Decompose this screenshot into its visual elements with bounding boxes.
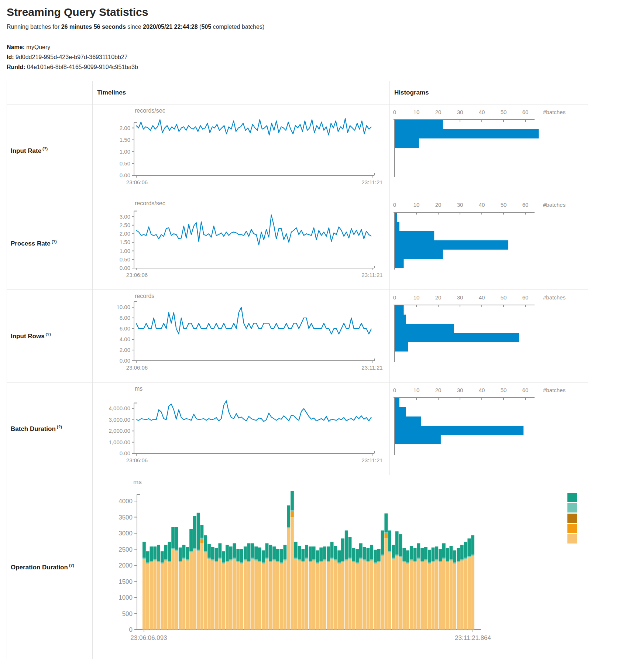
svg-text:ms: ms bbox=[133, 479, 142, 486]
row-label-process-rate: Process Rate(?) bbox=[7, 197, 93, 289]
query-runid-value: 04e101e6-8bf8-4165-9099-9104c951ba3b bbox=[27, 64, 138, 70]
help-icon[interactable]: (?) bbox=[52, 239, 57, 244]
query-runid-label: RunId: bbox=[7, 64, 25, 70]
svg-text:10: 10 bbox=[413, 294, 420, 301]
svg-text:1500: 1500 bbox=[119, 578, 133, 585]
svg-text:3,000.00: 3,000.00 bbox=[109, 416, 130, 423]
process-rate-histogram-chart: 0102030405060#batches bbox=[390, 197, 588, 289]
column-header-empty bbox=[7, 81, 93, 104]
svg-text:50: 50 bbox=[501, 387, 507, 393]
query-id-value: 9d0dd219-995d-423e-b97d-36931110bb27 bbox=[16, 54, 128, 60]
svg-text:50: 50 bbox=[501, 202, 507, 208]
svg-text:60: 60 bbox=[522, 202, 529, 208]
svg-text:0: 0 bbox=[393, 202, 396, 208]
svg-text:2.50: 2.50 bbox=[120, 222, 130, 228]
svg-text:0.00: 0.00 bbox=[120, 450, 130, 456]
svg-text:40: 40 bbox=[479, 202, 485, 208]
svg-text:0: 0 bbox=[393, 294, 396, 301]
operation-duration-stacked-chart: ms4000350030002500200015001000500023:06:… bbox=[93, 475, 588, 659]
svg-text:#batches: #batches bbox=[543, 294, 566, 301]
row-label-text: Batch Duration bbox=[11, 425, 56, 432]
input-rows-histogram-chart: 0102030405060#batches bbox=[390, 290, 588, 382]
svg-text:2.00: 2.00 bbox=[120, 230, 130, 237]
svg-text:1.50: 1.50 bbox=[120, 137, 130, 143]
svg-text:0.50: 0.50 bbox=[120, 160, 130, 167]
svg-text:1000: 1000 bbox=[119, 594, 133, 601]
status-mid: since bbox=[126, 24, 143, 30]
row-label-operation-duration: Operation Duration(?) bbox=[7, 475, 93, 659]
svg-text:#batches: #batches bbox=[543, 109, 566, 115]
svg-text:1,000.00: 1,000.00 bbox=[109, 439, 130, 445]
status-paren: ( bbox=[198, 24, 202, 30]
status-prefix: Running batches for bbox=[7, 24, 61, 30]
svg-text:0: 0 bbox=[393, 109, 396, 115]
row-label-input-rate: Input Rate(?) bbox=[7, 104, 93, 197]
svg-text:30: 30 bbox=[457, 387, 463, 393]
svg-text:1.00: 1.00 bbox=[120, 148, 130, 155]
svg-text:20: 20 bbox=[435, 202, 442, 208]
svg-text:23:11:21: 23:11:21 bbox=[361, 179, 382, 185]
svg-text:6.00: 6.00 bbox=[120, 325, 130, 332]
row-label-text: Input Rate bbox=[11, 147, 41, 154]
query-name-value: myQuery bbox=[26, 44, 50, 50]
svg-text:2.00: 2.00 bbox=[120, 347, 130, 353]
svg-text:1.50: 1.50 bbox=[120, 239, 130, 245]
process-rate-timeline-chart: records/sec3.002.502.001.501.000.500.002… bbox=[93, 197, 390, 289]
svg-text:#batches: #batches bbox=[543, 387, 566, 393]
svg-text:23:06:06: 23:06:06 bbox=[126, 364, 148, 371]
running-duration: 26 minutes 56 seconds bbox=[61, 24, 126, 30]
query-id-label: Id: bbox=[7, 54, 14, 60]
svg-text:10: 10 bbox=[413, 109, 420, 115]
svg-text:50: 50 bbox=[501, 109, 507, 115]
svg-text:10: 10 bbox=[413, 387, 420, 393]
streaming-query-statistics-page: Streaming Query Statistics Running batch… bbox=[0, 0, 625, 672]
svg-text:40: 40 bbox=[479, 387, 485, 393]
svg-text:0.00: 0.00 bbox=[120, 172, 130, 178]
svg-text:4.00: 4.00 bbox=[120, 336, 130, 342]
column-header-timelines: Timelines bbox=[93, 81, 390, 104]
svg-text:10: 10 bbox=[413, 202, 420, 208]
help-icon[interactable]: (?) bbox=[46, 332, 51, 336]
table-header-row: Timelines Histograms bbox=[7, 81, 588, 104]
statistics-table: Timelines Histograms Input Rate(?) recor… bbox=[7, 81, 588, 659]
start-timestamp: 2020/05/21 22:44:28 bbox=[143, 24, 198, 30]
query-metadata: Name: myQuery Id: 9d0dd219-995d-423e-b97… bbox=[7, 42, 625, 72]
help-icon[interactable]: (?) bbox=[42, 147, 48, 151]
svg-text:0.00: 0.00 bbox=[120, 357, 130, 364]
svg-text:30: 30 bbox=[457, 109, 463, 115]
batch-status-line: Running batches for 26 minutes 56 second… bbox=[7, 24, 625, 30]
svg-text:20: 20 bbox=[435, 294, 442, 301]
svg-text:60: 60 bbox=[522, 109, 529, 115]
row-label-batch-duration: Batch Duration(?) bbox=[7, 383, 93, 475]
table-row-operation-duration: Operation Duration(?) ms4000350030002500… bbox=[7, 475, 588, 659]
svg-text:0: 0 bbox=[129, 626, 133, 633]
svg-text:40: 40 bbox=[479, 109, 485, 115]
svg-text:23:11:21: 23:11:21 bbox=[361, 272, 382, 278]
svg-text:records/sec: records/sec bbox=[135, 107, 165, 114]
svg-text:50: 50 bbox=[501, 294, 507, 301]
svg-text:4,000.00: 4,000.00 bbox=[109, 405, 130, 411]
svg-text:2500: 2500 bbox=[119, 546, 133, 553]
query-runid-line: RunId: 04e101e6-8bf8-4165-9099-9104c951b… bbox=[7, 62, 625, 72]
svg-text:0.00: 0.00 bbox=[120, 265, 130, 271]
table-row-process-rate: Process Rate(?) records/sec3.002.502.001… bbox=[7, 197, 588, 289]
svg-text:3500: 3500 bbox=[119, 514, 133, 521]
svg-text:1.00: 1.00 bbox=[120, 248, 130, 254]
svg-text:23:11:21: 23:11:21 bbox=[361, 457, 382, 463]
svg-text:30: 30 bbox=[457, 202, 463, 208]
svg-text:0: 0 bbox=[393, 387, 396, 393]
help-icon[interactable]: (?) bbox=[57, 425, 62, 429]
help-icon[interactable]: (?) bbox=[69, 563, 74, 568]
svg-text:40: 40 bbox=[479, 294, 485, 301]
svg-text:30: 30 bbox=[457, 294, 463, 301]
svg-text:10.00: 10.00 bbox=[116, 304, 130, 310]
svg-text:23:11:21: 23:11:21 bbox=[361, 364, 382, 371]
svg-text:#batches: #batches bbox=[543, 202, 566, 208]
svg-text:60: 60 bbox=[522, 294, 529, 301]
svg-text:20: 20 bbox=[435, 109, 442, 115]
svg-text:records: records bbox=[135, 293, 154, 299]
svg-text:2.00: 2.00 bbox=[120, 125, 130, 131]
row-label-text: Operation Duration bbox=[11, 563, 68, 570]
batch-duration-timeline-chart: ms4,000.003,000.002,000.001,000.000.0023… bbox=[93, 383, 390, 475]
svg-text:3.00: 3.00 bbox=[120, 213, 130, 220]
